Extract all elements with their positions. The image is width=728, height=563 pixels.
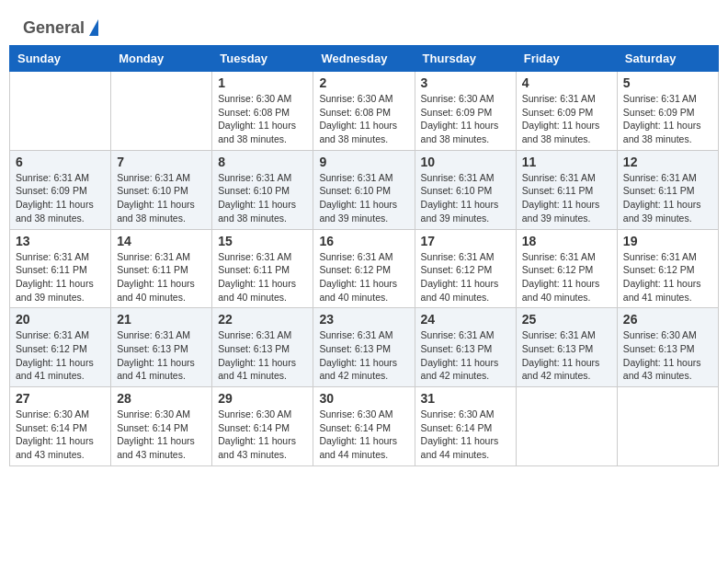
day-number: 31 xyxy=(421,391,510,406)
day-number: 22 xyxy=(218,312,307,327)
calendar-cell: 13Sunrise: 6:31 AMSunset: 6:11 PMDayligh… xyxy=(10,229,111,308)
calendar-cell: 20Sunrise: 6:31 AMSunset: 6:12 PMDayligh… xyxy=(10,308,111,387)
calendar-cell: 2Sunrise: 6:30 AMSunset: 6:08 PMDaylight… xyxy=(313,72,415,151)
day-info: Sunrise: 6:30 AMSunset: 6:13 PMDaylight:… xyxy=(623,328,712,383)
day-number: 3 xyxy=(421,75,510,90)
calendar-cell: 19Sunrise: 6:31 AMSunset: 6:12 PMDayligh… xyxy=(617,229,718,308)
day-info: Sunrise: 6:31 AMSunset: 6:09 PMDaylight:… xyxy=(623,92,712,146)
day-info: Sunrise: 6:31 AMSunset: 6:13 PMDaylight:… xyxy=(218,328,307,383)
day-number: 5 xyxy=(623,75,712,90)
day-number: 7 xyxy=(117,155,206,169)
calendar-cell: 12Sunrise: 6:31 AMSunset: 6:11 PMDayligh… xyxy=(617,150,718,229)
day-number: 11 xyxy=(522,155,611,169)
calendar-week-row: 6Sunrise: 6:31 AMSunset: 6:09 PMDaylight… xyxy=(10,150,719,229)
calendar-cell: 9Sunrise: 6:31 AMSunset: 6:10 PMDaylight… xyxy=(313,150,415,229)
day-number: 19 xyxy=(623,234,712,248)
logo-triangle-icon xyxy=(89,19,98,36)
day-info: Sunrise: 6:30 AMSunset: 6:14 PMDaylight:… xyxy=(218,408,307,462)
day-number: 18 xyxy=(522,234,611,248)
day-info: Sunrise: 6:31 AMSunset: 6:12 PMDaylight:… xyxy=(319,250,408,304)
day-header-friday: Friday xyxy=(516,46,617,72)
calendar-cell: 16Sunrise: 6:31 AMSunset: 6:12 PMDayligh… xyxy=(313,229,415,308)
day-number: 1 xyxy=(218,75,307,90)
day-number: 21 xyxy=(117,312,206,327)
calendar-week-row: 13Sunrise: 6:31 AMSunset: 6:11 PMDayligh… xyxy=(10,229,719,308)
calendar-cell xyxy=(617,387,718,466)
day-number: 23 xyxy=(319,312,408,327)
calendar-cell: 17Sunrise: 6:31 AMSunset: 6:12 PMDayligh… xyxy=(415,229,516,308)
day-header-sunday: Sunday xyxy=(10,46,111,72)
calendar-cell: 21Sunrise: 6:31 AMSunset: 6:13 PMDayligh… xyxy=(111,308,212,387)
day-number: 16 xyxy=(319,234,408,248)
page-header: General xyxy=(9,9,719,40)
calendar-cell: 31Sunrise: 6:30 AMSunset: 6:14 PMDayligh… xyxy=(415,387,516,466)
day-number: 17 xyxy=(421,234,510,248)
day-number: 4 xyxy=(522,75,611,90)
calendar-week-row: 20Sunrise: 6:31 AMSunset: 6:12 PMDayligh… xyxy=(10,308,719,387)
calendar-header-row: SundayMondayTuesdayWednesdayThursdayFrid… xyxy=(10,46,719,72)
calendar-cell: 30Sunrise: 6:30 AMSunset: 6:14 PMDayligh… xyxy=(313,387,415,466)
day-info: Sunrise: 6:31 AMSunset: 6:12 PMDaylight:… xyxy=(421,250,510,304)
calendar-cell: 8Sunrise: 6:31 AMSunset: 6:10 PMDaylight… xyxy=(212,150,313,229)
day-info: Sunrise: 6:31 AMSunset: 6:11 PMDaylight:… xyxy=(218,250,307,304)
day-number: 26 xyxy=(623,312,712,327)
day-info: Sunrise: 6:30 AMSunset: 6:14 PMDaylight:… xyxy=(16,408,105,462)
calendar-cell: 29Sunrise: 6:30 AMSunset: 6:14 PMDayligh… xyxy=(212,387,313,466)
day-number: 10 xyxy=(421,155,510,169)
day-number: 20 xyxy=(16,312,105,327)
day-number: 25 xyxy=(522,312,611,327)
calendar-cell: 3Sunrise: 6:30 AMSunset: 6:09 PMDaylight… xyxy=(415,72,516,151)
calendar-cell: 15Sunrise: 6:31 AMSunset: 6:11 PMDayligh… xyxy=(212,229,313,308)
logo-general-text: General xyxy=(23,18,85,38)
day-info: Sunrise: 6:31 AMSunset: 6:12 PMDaylight:… xyxy=(623,250,712,304)
day-info: Sunrise: 6:31 AMSunset: 6:09 PMDaylight:… xyxy=(16,171,105,225)
day-info: Sunrise: 6:31 AMSunset: 6:09 PMDaylight:… xyxy=(522,92,611,146)
calendar-table: SundayMondayTuesdayWednesdayThursdayFrid… xyxy=(9,45,719,466)
day-header-saturday: Saturday xyxy=(617,46,718,72)
day-header-monday: Monday xyxy=(111,46,212,72)
calendar-cell: 11Sunrise: 6:31 AMSunset: 6:11 PMDayligh… xyxy=(516,150,617,229)
day-info: Sunrise: 6:31 AMSunset: 6:11 PMDaylight:… xyxy=(522,171,611,225)
day-info: Sunrise: 6:31 AMSunset: 6:12 PMDaylight:… xyxy=(522,250,611,304)
calendar-cell: 10Sunrise: 6:31 AMSunset: 6:10 PMDayligh… xyxy=(415,150,516,229)
calendar-week-row: 1Sunrise: 6:30 AMSunset: 6:08 PMDaylight… xyxy=(10,72,719,151)
day-number: 30 xyxy=(319,391,408,406)
calendar-cell: 6Sunrise: 6:31 AMSunset: 6:09 PMDaylight… xyxy=(10,150,111,229)
day-header-wednesday: Wednesday xyxy=(313,46,415,72)
day-number: 8 xyxy=(218,155,307,169)
calendar-cell: 1Sunrise: 6:30 AMSunset: 6:08 PMDaylight… xyxy=(212,72,313,151)
day-info: Sunrise: 6:30 AMSunset: 6:09 PMDaylight:… xyxy=(421,92,510,146)
day-info: Sunrise: 6:31 AMSunset: 6:10 PMDaylight:… xyxy=(319,171,408,225)
day-info: Sunrise: 6:30 AMSunset: 6:14 PMDaylight:… xyxy=(117,408,206,462)
calendar-cell xyxy=(516,387,617,466)
day-info: Sunrise: 6:31 AMSunset: 6:13 PMDaylight:… xyxy=(421,328,510,383)
day-number: 2 xyxy=(319,75,408,90)
day-info: Sunrise: 6:30 AMSunset: 6:08 PMDaylight:… xyxy=(218,92,307,146)
day-info: Sunrise: 6:31 AMSunset: 6:10 PMDaylight:… xyxy=(218,171,307,225)
day-number: 6 xyxy=(16,155,105,169)
day-info: Sunrise: 6:31 AMSunset: 6:12 PMDaylight:… xyxy=(16,328,105,383)
day-number: 28 xyxy=(117,391,206,406)
calendar-cell: 4Sunrise: 6:31 AMSunset: 6:09 PMDaylight… xyxy=(516,72,617,151)
calendar-cell: 28Sunrise: 6:30 AMSunset: 6:14 PMDayligh… xyxy=(111,387,212,466)
calendar-cell: 18Sunrise: 6:31 AMSunset: 6:12 PMDayligh… xyxy=(516,229,617,308)
calendar-cell xyxy=(111,72,212,151)
calendar-cell: 27Sunrise: 6:30 AMSunset: 6:14 PMDayligh… xyxy=(10,387,111,466)
day-number: 27 xyxy=(16,391,105,406)
day-info: Sunrise: 6:31 AMSunset: 6:11 PMDaylight:… xyxy=(623,171,712,225)
calendar-cell: 5Sunrise: 6:31 AMSunset: 6:09 PMDaylight… xyxy=(617,72,718,151)
day-number: 29 xyxy=(218,391,307,406)
calendar-cell: 14Sunrise: 6:31 AMSunset: 6:11 PMDayligh… xyxy=(111,229,212,308)
day-info: Sunrise: 6:30 AMSunset: 6:08 PMDaylight:… xyxy=(319,92,408,146)
day-number: 9 xyxy=(319,155,408,169)
calendar-cell xyxy=(10,72,111,151)
day-number: 13 xyxy=(16,234,105,248)
calendar-body: 1Sunrise: 6:30 AMSunset: 6:08 PMDaylight… xyxy=(10,72,719,466)
calendar-cell: 26Sunrise: 6:30 AMSunset: 6:13 PMDayligh… xyxy=(617,308,718,387)
calendar-week-row: 27Sunrise: 6:30 AMSunset: 6:14 PMDayligh… xyxy=(10,387,719,466)
day-number: 24 xyxy=(421,312,510,327)
day-info: Sunrise: 6:31 AMSunset: 6:13 PMDaylight:… xyxy=(522,328,611,383)
day-number: 15 xyxy=(218,234,307,248)
day-info: Sunrise: 6:30 AMSunset: 6:14 PMDaylight:… xyxy=(421,408,510,462)
calendar-cell: 22Sunrise: 6:31 AMSunset: 6:13 PMDayligh… xyxy=(212,308,313,387)
